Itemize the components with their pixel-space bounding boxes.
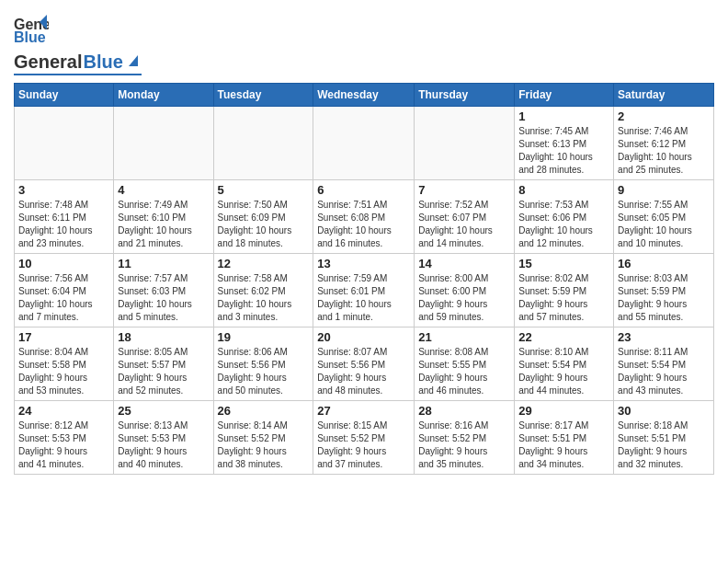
- logo-blue: Blue: [83, 52, 122, 73]
- day-number: 28: [418, 404, 510, 418]
- calendar-cell: [114, 107, 213, 180]
- calendar-cell: 26Sunrise: 8:14 AMSunset: 5:52 PMDayligh…: [213, 401, 313, 475]
- header: General Blue General Blue: [14, 9, 714, 75]
- day-info: Sunrise: 8:05 AMSunset: 5:57 PMDaylight:…: [118, 346, 209, 397]
- day-info: Sunrise: 7:49 AMSunset: 6:10 PMDaylight:…: [118, 199, 209, 250]
- day-info: Sunrise: 8:07 AMSunset: 5:56 PMDaylight:…: [317, 346, 410, 397]
- day-number: 25: [118, 404, 209, 418]
- day-info: Sunrise: 8:03 AMSunset: 5:59 PMDaylight:…: [618, 272, 710, 324]
- calendar: SundayMondayTuesdayWednesdayThursdayFrid…: [14, 83, 714, 475]
- day-number: 19: [218, 330, 310, 344]
- day-info: Sunrise: 8:04 AMSunset: 5:58 PMDaylight:…: [18, 346, 109, 397]
- day-info: Sunrise: 7:57 AMSunset: 6:03 PMDaylight:…: [118, 272, 209, 324]
- day-info: Sunrise: 7:53 AMSunset: 6:06 PMDaylight:…: [518, 199, 609, 250]
- day-number: 22: [518, 330, 609, 344]
- calendar-cell: [313, 107, 415, 180]
- day-number: 8: [518, 183, 609, 197]
- day-info: Sunrise: 8:17 AMSunset: 5:51 PMDaylight:…: [518, 419, 609, 471]
- day-number: 30: [618, 404, 710, 418]
- day-info: Sunrise: 8:06 AMSunset: 5:56 PMDaylight:…: [218, 346, 310, 397]
- calendar-cell: 30Sunrise: 8:18 AMSunset: 5:51 PMDayligh…: [614, 401, 714, 475]
- svg-text:Blue: Blue: [14, 29, 46, 45]
- calendar-cell: 7Sunrise: 7:52 AMSunset: 6:07 PMDaylight…: [415, 180, 515, 254]
- day-number: 18: [118, 330, 209, 344]
- day-number: 14: [418, 257, 510, 270]
- day-number: 21: [418, 330, 510, 344]
- day-number: 13: [317, 257, 410, 270]
- day-info: Sunrise: 8:15 AMSunset: 5:52 PMDaylight:…: [317, 419, 410, 471]
- calendar-cell: 13Sunrise: 7:59 AMSunset: 6:01 PMDayligh…: [313, 254, 415, 327]
- weekday-header-tuesday: Tuesday: [213, 84, 313, 107]
- week-row-1: 3Sunrise: 7:48 AMSunset: 6:11 PMDaylight…: [15, 180, 714, 254]
- weekday-header-saturday: Saturday: [614, 84, 714, 107]
- calendar-cell: 23Sunrise: 8:11 AMSunset: 5:54 PMDayligh…: [614, 327, 714, 401]
- calendar-cell: 22Sunrise: 8:10 AMSunset: 5:54 PMDayligh…: [515, 327, 614, 401]
- day-number: 26: [218, 404, 310, 418]
- day-info: Sunrise: 8:10 AMSunset: 5:54 PMDaylight:…: [518, 346, 609, 397]
- weekday-header-wednesday: Wednesday: [313, 84, 415, 107]
- day-info: Sunrise: 8:11 AMSunset: 5:54 PMDaylight:…: [618, 346, 710, 397]
- day-number: 1: [518, 109, 609, 123]
- weekday-header-row: SundayMondayTuesdayWednesdayThursdayFrid…: [15, 84, 714, 107]
- day-info: Sunrise: 7:59 AMSunset: 6:01 PMDaylight:…: [317, 272, 410, 324]
- calendar-cell: 18Sunrise: 8:05 AMSunset: 5:57 PMDayligh…: [114, 327, 213, 401]
- day-number: 5: [218, 183, 310, 197]
- day-number: 4: [118, 183, 209, 197]
- week-row-0: 1Sunrise: 7:45 AMSunset: 6:13 PMDaylight…: [15, 107, 714, 180]
- day-number: 7: [418, 183, 510, 197]
- logo: General Blue General Blue: [14, 9, 142, 75]
- day-info: Sunrise: 7:55 AMSunset: 6:05 PMDaylight:…: [618, 199, 710, 250]
- day-info: Sunrise: 8:08 AMSunset: 5:55 PMDaylight:…: [418, 346, 510, 397]
- day-info: Sunrise: 7:58 AMSunset: 6:02 PMDaylight:…: [218, 272, 310, 324]
- day-number: 9: [618, 183, 710, 197]
- day-number: 29: [518, 404, 609, 418]
- day-info: Sunrise: 7:45 AMSunset: 6:13 PMDaylight:…: [518, 125, 609, 177]
- logo-triangle-icon: [125, 52, 142, 68]
- logo-underline: [14, 74, 142, 75]
- day-number: 15: [518, 257, 609, 270]
- calendar-cell: 24Sunrise: 8:12 AMSunset: 5:53 PMDayligh…: [15, 401, 114, 475]
- week-row-3: 17Sunrise: 8:04 AMSunset: 5:58 PMDayligh…: [15, 327, 714, 401]
- day-number: 10: [18, 257, 109, 270]
- day-number: 12: [218, 257, 310, 270]
- day-info: Sunrise: 8:16 AMSunset: 5:52 PMDaylight:…: [418, 419, 510, 471]
- calendar-cell: 25Sunrise: 8:13 AMSunset: 5:53 PMDayligh…: [114, 401, 213, 475]
- svg-marker-3: [129, 55, 138, 66]
- calendar-cell: 20Sunrise: 8:07 AMSunset: 5:56 PMDayligh…: [313, 327, 415, 401]
- day-info: Sunrise: 8:13 AMSunset: 5:53 PMDaylight:…: [118, 419, 209, 471]
- calendar-cell: [415, 107, 515, 180]
- day-info: Sunrise: 8:14 AMSunset: 5:52 PMDaylight:…: [218, 419, 310, 471]
- calendar-cell: 15Sunrise: 8:02 AMSunset: 5:59 PMDayligh…: [515, 254, 614, 327]
- day-number: 11: [118, 257, 209, 270]
- calendar-cell: 9Sunrise: 7:55 AMSunset: 6:05 PMDaylight…: [614, 180, 714, 254]
- calendar-cell: 17Sunrise: 8:04 AMSunset: 5:58 PMDayligh…: [15, 327, 114, 401]
- calendar-cell: 27Sunrise: 8:15 AMSunset: 5:52 PMDayligh…: [313, 401, 415, 475]
- week-row-2: 10Sunrise: 7:56 AMSunset: 6:04 PMDayligh…: [15, 254, 714, 327]
- calendar-cell: 4Sunrise: 7:49 AMSunset: 6:10 PMDaylight…: [114, 180, 213, 254]
- calendar-cell: 14Sunrise: 8:00 AMSunset: 6:00 PMDayligh…: [415, 254, 515, 327]
- logo-icon: General Blue: [14, 13, 49, 48]
- day-info: Sunrise: 8:02 AMSunset: 5:59 PMDaylight:…: [518, 272, 609, 324]
- day-info: Sunrise: 8:12 AMSunset: 5:53 PMDaylight:…: [18, 419, 109, 471]
- day-info: Sunrise: 7:56 AMSunset: 6:04 PMDaylight:…: [18, 272, 109, 324]
- calendar-cell: 5Sunrise: 7:50 AMSunset: 6:09 PMDaylight…: [213, 180, 313, 254]
- day-number: 3: [18, 183, 109, 197]
- day-number: 27: [317, 404, 410, 418]
- calendar-cell: 1Sunrise: 7:45 AMSunset: 6:13 PMDaylight…: [515, 107, 614, 180]
- weekday-header-thursday: Thursday: [415, 84, 515, 107]
- logo-general: General: [14, 52, 82, 73]
- day-info: Sunrise: 8:00 AMSunset: 6:00 PMDaylight:…: [418, 272, 510, 324]
- calendar-cell: 10Sunrise: 7:56 AMSunset: 6:04 PMDayligh…: [15, 254, 114, 327]
- week-row-4: 24Sunrise: 8:12 AMSunset: 5:53 PMDayligh…: [15, 401, 714, 475]
- calendar-cell: [15, 107, 114, 180]
- day-number: 17: [18, 330, 109, 344]
- calendar-cell: 6Sunrise: 7:51 AMSunset: 6:08 PMDaylight…: [313, 180, 415, 254]
- calendar-cell: 2Sunrise: 7:46 AMSunset: 6:12 PMDaylight…: [614, 107, 714, 180]
- day-number: 6: [317, 183, 410, 197]
- calendar-cell: 8Sunrise: 7:53 AMSunset: 6:06 PMDaylight…: [515, 180, 614, 254]
- calendar-cell: 21Sunrise: 8:08 AMSunset: 5:55 PMDayligh…: [415, 327, 515, 401]
- calendar-cell: 11Sunrise: 7:57 AMSunset: 6:03 PMDayligh…: [114, 254, 213, 327]
- day-info: Sunrise: 7:52 AMSunset: 6:07 PMDaylight:…: [418, 199, 510, 250]
- day-number: 24: [18, 404, 109, 418]
- day-number: 20: [317, 330, 410, 344]
